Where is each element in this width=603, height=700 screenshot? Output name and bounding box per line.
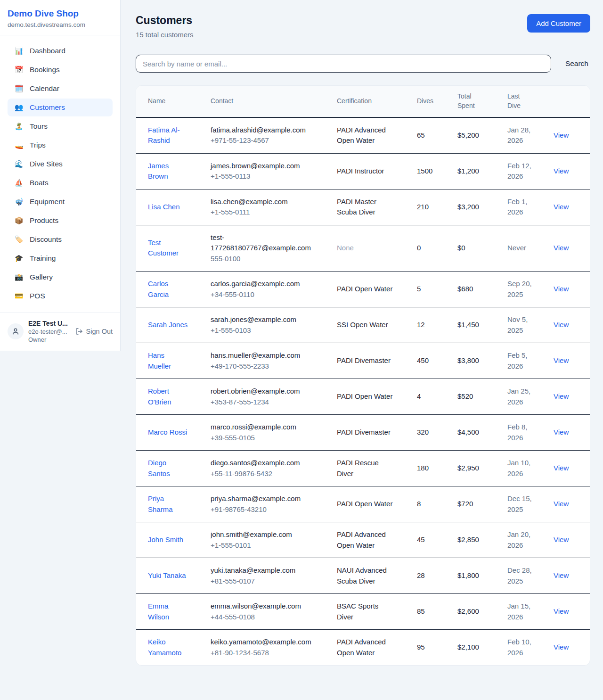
view-customer-link[interactable]: View (554, 167, 569, 175)
pos-icon: 💳 (14, 292, 24, 300)
table-row: Lisa Chen lisa.chen@example.com +1-555-0… (136, 189, 590, 225)
gallery-icon: 📸 (14, 273, 24, 281)
customer-total-spent: $1,200 (457, 167, 479, 175)
view-customer-link[interactable]: View (554, 643, 569, 651)
sidebar-item-pos[interactable]: 💳 POS (8, 287, 113, 305)
trips-icon: 🚤 (14, 141, 24, 149)
customer-phone: +1-555-0111 (211, 207, 329, 218)
view-customer-link[interactable]: View (554, 203, 569, 211)
column-header: Dives (413, 86, 454, 117)
column-header (550, 86, 590, 117)
customer-email: hans.mueller@example.com (211, 350, 317, 361)
customer-email: priya.sharma@example.com (211, 494, 317, 504)
view-customer-link[interactable]: View (554, 571, 569, 579)
table-row: Marco Rossi marco.rossi@example.com +39-… (136, 415, 590, 451)
dashboard-icon: 📊 (14, 47, 24, 55)
table-header: NameContactCertificationDivesTotal Spent… (136, 86, 590, 117)
table-row: Test Customer test-1772681807767@example… (136, 225, 590, 272)
customer-name-link[interactable]: Carlos Garcia (148, 279, 188, 300)
customer-total-spent: $5,200 (457, 131, 479, 139)
sidebar: Demo Dive Shop demo.test.divestreams.com… (0, 0, 121, 351)
customer-name-link[interactable]: James Brown (148, 161, 188, 182)
search-input[interactable] (136, 55, 551, 73)
view-customer-link[interactable]: View (554, 392, 569, 400)
customer-name-link[interactable]: Marco Rossi (148, 427, 187, 438)
training-icon: 🎓 (14, 254, 24, 263)
customer-name-link[interactable]: Test Customer (148, 238, 188, 259)
sidebar-item-label: Dive Sites (30, 160, 63, 168)
search-button[interactable]: Search (563, 56, 590, 72)
customer-name-link[interactable]: Robert O'Brien (148, 386, 188, 407)
sidebar-item-boats[interactable]: ⛵ Boats (8, 174, 113, 192)
sidebar-item-equipment[interactable]: 🤿 Equipment (8, 193, 113, 211)
customer-dives: 450 (417, 356, 429, 364)
customer-phone: +1-555-0103 (211, 325, 329, 336)
customer-total-spent: $2,100 (457, 643, 479, 651)
view-customer-link[interactable]: View (554, 535, 569, 544)
sidebar-item-label: Equipment (30, 198, 65, 206)
person-icon (11, 327, 20, 336)
customer-certification: NAUI Advanced Scuba Diver (337, 565, 394, 586)
view-customer-link[interactable]: View (554, 428, 569, 436)
customer-name-link[interactable]: Priya Sharma (148, 494, 188, 515)
sidebar-item-label: Calendar (30, 84, 59, 93)
sidebar-item-discounts[interactable]: 🏷️ Discounts (8, 231, 113, 248)
sidebar-item-gallery[interactable]: 📸 Gallery (8, 268, 113, 286)
sidebar-item-label: Gallery (30, 273, 53, 281)
customer-name-link[interactable]: Sarah Jones (148, 320, 187, 330)
customer-name-link[interactable]: Yuki Tanaka (148, 570, 186, 581)
customer-name-link[interactable]: Hans Mueller (148, 350, 188, 371)
add-customer-button[interactable]: Add Customer (527, 14, 590, 33)
customer-email: test-1772681807767@example.com (211, 232, 317, 254)
view-customer-link[interactable]: View (554, 500, 569, 508)
customer-last-dive: Feb 10, 2026 (507, 637, 537, 658)
customer-last-dive: Feb 8, 2026 (507, 422, 537, 443)
customer-name-link[interactable]: Emma Wilson (148, 601, 188, 622)
customer-phone: +55-11-99876-5432 (211, 469, 329, 479)
customer-email: marco.rossi@example.com (211, 422, 317, 433)
customer-dives: 5 (417, 285, 421, 293)
sidebar-item-trips[interactable]: 🚤 Trips (8, 136, 113, 154)
customer-total-spent: $720 (457, 500, 473, 508)
customer-name-link[interactable]: Diego Santos (148, 458, 188, 479)
view-customer-link[interactable]: View (554, 607, 569, 615)
customer-certification: SSI Open Water (337, 320, 388, 330)
sidebar-item-products[interactable]: 📦 Products (8, 212, 113, 230)
customer-name-link[interactable]: Lisa Chen (148, 202, 180, 213)
page-title: Customers (136, 14, 194, 27)
customer-name-link[interactable]: Fatima Al-Rashid (148, 125, 188, 146)
customer-last-dive: Feb 1, 2026 (507, 197, 537, 218)
sidebar-item-tours[interactable]: 🏝️ Tours (8, 117, 113, 135)
sidebar-item-dive-sites[interactable]: 🌊 Dive Sites (8, 155, 113, 173)
view-customer-link[interactable]: View (554, 321, 569, 329)
sidebar-item-training[interactable]: 🎓 Training (8, 249, 113, 267)
shop-name-link[interactable]: Demo Dive Shop (8, 8, 113, 19)
column-header: Contact (207, 86, 333, 117)
table-row: Yuki Tanaka yuki.tanaka@example.com +81-… (136, 558, 590, 594)
view-customer-link[interactable]: View (554, 244, 569, 252)
view-customer-link[interactable]: View (554, 285, 569, 293)
view-customer-link[interactable]: View (554, 131, 569, 139)
customer-phone: +49-170-555-2233 (211, 361, 329, 372)
customer-certification: PADI Rescue Diver (337, 458, 394, 479)
sidebar-item-calendar[interactable]: 🗓️ Calendar (8, 80, 113, 98)
table-row: Hans Mueller hans.mueller@example.com +4… (136, 343, 590, 379)
sidebar-item-dashboard[interactable]: 📊 Dashboard (8, 42, 113, 60)
customer-name-link[interactable]: Keiko Yamamoto (148, 637, 188, 658)
sidebar-item-customers[interactable]: 👥 Customers (8, 99, 113, 116)
table-row: Carlos Garcia carlos.garcia@example.com … (136, 272, 590, 307)
table-row: Diego Santos diego.santos@example.com +5… (136, 451, 590, 486)
sign-out-button[interactable]: Sign Out (75, 328, 113, 335)
customer-email: john.smith@example.com (211, 529, 317, 540)
customer-total-spent: $520 (457, 392, 473, 400)
customers-icon: 👥 (14, 103, 24, 112)
sidebar-item-bookings[interactable]: 📅 Bookings (8, 61, 113, 79)
customer-dives: 95 (417, 643, 425, 651)
customer-last-dive: Jan 10, 2026 (507, 458, 537, 479)
customer-email: yuki.tanaka@example.com (211, 565, 317, 576)
table-row: Priya Sharma priya.sharma@example.com +9… (136, 486, 590, 522)
view-customer-link[interactable]: View (554, 356, 569, 364)
view-customer-link[interactable]: View (554, 464, 569, 472)
customer-name-link[interactable]: John Smith (148, 535, 183, 545)
customer-dives: 0 (417, 244, 421, 252)
